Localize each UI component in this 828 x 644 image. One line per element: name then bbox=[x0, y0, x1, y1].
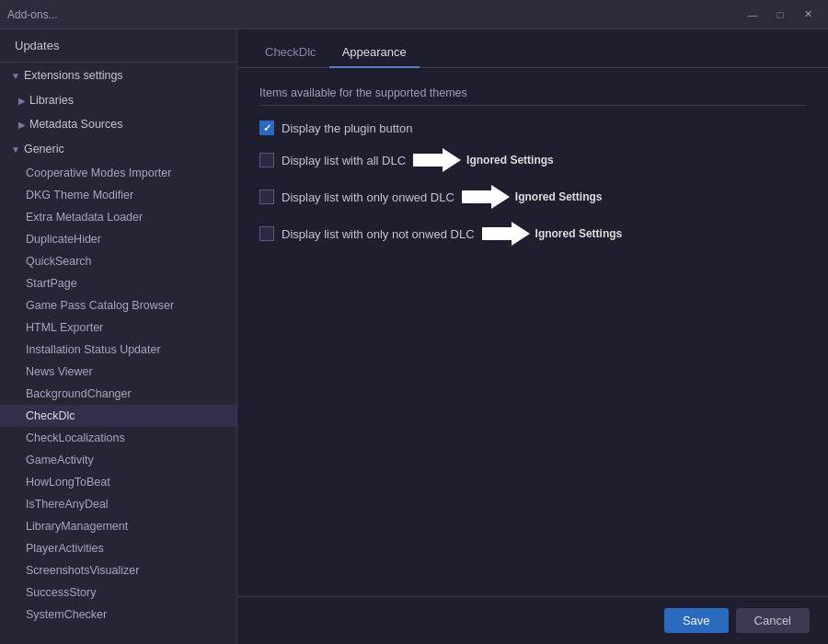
tab-appearance[interactable]: Appearance bbox=[329, 38, 420, 68]
checkbox-display-all[interactable] bbox=[259, 153, 274, 167]
checkbox-label-display-plugin: Display the plugin button bbox=[282, 121, 412, 135]
section-title: Items available for the supported themes bbox=[259, 86, 806, 106]
minimize-button[interactable]: — bbox=[740, 6, 765, 24]
sidebar-item-libraries[interactable]: ▶ Libraries bbox=[0, 88, 236, 112]
title-bar-controls: — □ ✕ bbox=[740, 6, 821, 24]
sidebar-item-system-checker[interactable]: SystemChecker bbox=[0, 604, 236, 626]
title-text: Add-ons... bbox=[7, 8, 58, 21]
ignored-group-all: Ignored Settings bbox=[413, 148, 554, 172]
save-button[interactable]: Save bbox=[664, 608, 729, 633]
libraries-label: Libraries bbox=[29, 94, 74, 107]
ignored-label-owned: Ignored Settings bbox=[515, 190, 603, 203]
sidebar-item-news-viewer[interactable]: News Viewer bbox=[0, 361, 236, 383]
generic-arrow-icon: ▼ bbox=[11, 144, 20, 155]
checkbox-display-not-owned[interactable] bbox=[259, 226, 274, 241]
sidebar-item-library-management[interactable]: LibraryManagement bbox=[0, 515, 236, 537]
libraries-arrow-icon: ▶ bbox=[18, 96, 26, 106]
maximize-button[interactable]: □ bbox=[767, 6, 793, 24]
arrow-icon-not-owned bbox=[482, 222, 530, 246]
sidebar-item-duplicate-hider[interactable]: DuplicateHider bbox=[0, 228, 236, 250]
footer: Save Cancel bbox=[237, 596, 828, 644]
sidebar-item-player-activities[interactable]: PlayerActivities bbox=[0, 537, 236, 559]
sidebar-item-check-localizations[interactable]: CheckLocalizations bbox=[0, 427, 236, 449]
checkbox-label-display-owned: Display list with only onwed DLC bbox=[282, 190, 454, 204]
sidebar: Updates ▼ Extensions settings ▶ Librarie… bbox=[0, 29, 237, 644]
ignored-label-not-owned: Ignored Settings bbox=[535, 227, 623, 240]
ignored-group-owned: Ignored Settings bbox=[462, 185, 603, 209]
close-button[interactable]: ✕ bbox=[795, 6, 821, 24]
cancel-button[interactable]: Cancel bbox=[736, 608, 810, 633]
metadata-sources-label: Metadata Sources bbox=[29, 118, 122, 131]
sidebar-item-updates[interactable]: Updates bbox=[0, 29, 236, 63]
sidebar-item-quicksearch[interactable]: QuickSearch bbox=[0, 250, 236, 272]
arrow-icon-all bbox=[413, 148, 461, 172]
sidebar-item-cooperative-modes[interactable]: Cooperative Modes Importer bbox=[0, 162, 236, 184]
sidebar-item-game-pass[interactable]: Game Pass Catalog Browser bbox=[0, 294, 236, 316]
metadata-arrow-icon: ▶ bbox=[18, 120, 26, 130]
sidebar-item-html-exporter[interactable]: HTML Exporter bbox=[0, 316, 236, 339]
sidebar-item-checkdlc[interactable]: CheckDlc bbox=[0, 405, 236, 427]
checkbox-row-display-all: Display list with all DLC Ignored Settin… bbox=[259, 148, 806, 172]
arrow-icon-owned bbox=[462, 185, 510, 209]
tabs-bar: CheckDlc Appearance bbox=[237, 29, 828, 68]
sidebar-item-extra-metadata[interactable]: Extra Metadata Loader bbox=[0, 206, 236, 228]
sidebar-item-metadata-sources[interactable]: ▶ Metadata Sources bbox=[0, 112, 236, 136]
checkbox-row-display-plugin: Display the plugin button bbox=[259, 121, 806, 135]
title-bar-left: Add-ons... bbox=[7, 8, 58, 21]
tab-checkdlc[interactable]: CheckDlc bbox=[252, 38, 329, 68]
checkbox-label-display-not-owned: Display list with only not onwed DLC bbox=[282, 227, 475, 241]
checkbox-row-display-owned: Display list with only onwed DLC Ignored… bbox=[259, 185, 806, 209]
ignored-label-all: Ignored Settings bbox=[466, 154, 554, 167]
tab-content-appearance: Items available for the supported themes… bbox=[237, 68, 828, 596]
sidebar-item-game-activity[interactable]: GameActivity bbox=[0, 449, 236, 471]
sidebar-item-background-changer[interactable]: BackgroundChanger bbox=[0, 383, 236, 405]
extensions-arrow-icon: ▼ bbox=[11, 71, 20, 81]
checkbox-label-display-all: Display list with all DLC bbox=[282, 154, 406, 167]
sidebar-group-extensions[interactable]: ▼ Extensions settings bbox=[0, 63, 236, 88]
main-layout: Updates ▼ Extensions settings ▶ Librarie… bbox=[0, 29, 828, 644]
extensions-label: Extensions settings bbox=[24, 69, 123, 82]
sidebar-item-is-there-any-deal[interactable]: IsThereAnyDeal bbox=[0, 493, 236, 515]
generic-label: Generic bbox=[24, 143, 64, 155]
checkbox-display-plugin[interactable] bbox=[259, 121, 274, 135]
sidebar-item-dkg[interactable]: DKG Theme Modifier bbox=[0, 184, 236, 206]
ignored-group-not-owned: Ignored Settings bbox=[482, 222, 623, 246]
content-area: CheckDlc Appearance Items available for … bbox=[237, 29, 828, 644]
checkbox-row-display-not-owned: Display list with only not onwed DLC Ign… bbox=[259, 222, 806, 246]
sidebar-section-extensions: ▼ Extensions settings ▶ Libraries ▶ Meta… bbox=[0, 63, 236, 626]
title-bar: Add-ons... — □ ✕ bbox=[0, 0, 828, 29]
sidebar-item-screenshots[interactable]: ScreenshotsVisualizer bbox=[0, 559, 236, 581]
checkbox-display-owned[interactable] bbox=[259, 190, 274, 204]
sidebar-item-success-story[interactable]: SuccessStory bbox=[0, 581, 236, 604]
sidebar-item-installation-status[interactable]: Installation Status Updater bbox=[0, 339, 236, 361]
sidebar-item-startpage[interactable]: StartPage bbox=[0, 272, 236, 294]
sidebar-item-how-long-to-beat[interactable]: HowLongToBeat bbox=[0, 471, 236, 493]
sidebar-group-generic[interactable]: ▼ Generic bbox=[0, 136, 236, 162]
